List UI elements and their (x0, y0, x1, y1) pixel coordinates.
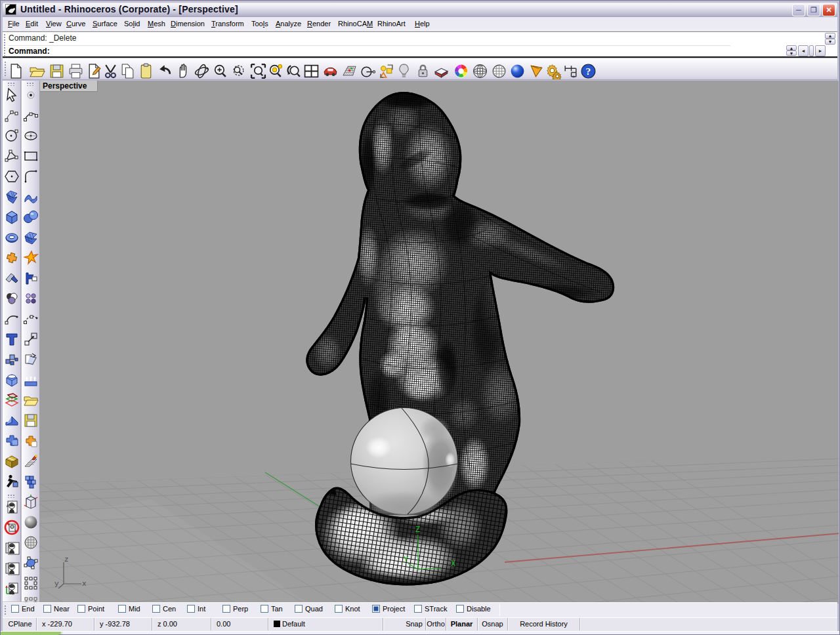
svg-text:x: x (82, 580, 87, 588)
svg-text:?: ? (586, 66, 591, 77)
svg-text:Y: Y (404, 556, 408, 565)
svg-text:y: y (54, 580, 59, 588)
svg-text:z: z (64, 556, 69, 563)
svg-text:X: X (451, 560, 455, 569)
svg-text:Z: Z (415, 525, 420, 535)
